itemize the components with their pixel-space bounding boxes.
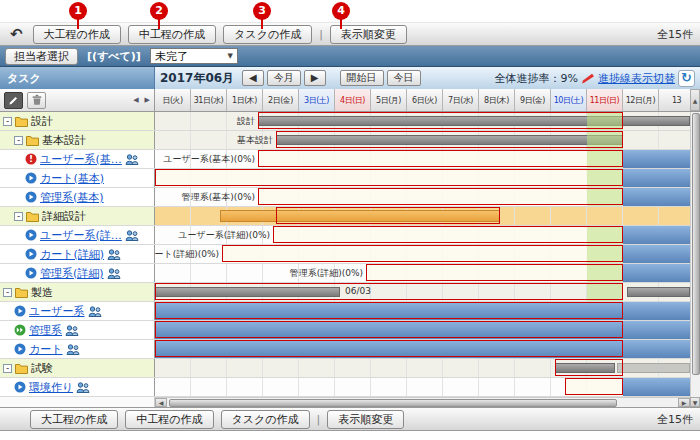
- gantt-row: カート(基本): [0, 169, 690, 188]
- progress-line-outline: [258, 112, 623, 129]
- collapse-toggle-icon[interactable]: -: [14, 136, 23, 145]
- vertical-scrollbar-thumb[interactable]: [692, 113, 700, 375]
- task-link[interactable]: ユーザー系: [29, 304, 85, 319]
- gantt-row-timeline: 管理系(基本)(0%): [155, 188, 690, 206]
- gantt-bar-gray[interactable]: [627, 287, 690, 297]
- annotation-marker-1: 1: [69, 2, 87, 20]
- progress-line-outline: [155, 340, 623, 357]
- progress-line-toggle-link[interactable]: 進捗線表示切替: [598, 71, 675, 86]
- gantt-bar-blue[interactable]: [623, 150, 690, 168]
- vertical-scroll-down-icon[interactable]: ▼: [690, 397, 700, 407]
- gantt-bar-lightgray[interactable]: [617, 363, 690, 373]
- assignee-select-button[interactable]: 担当者選択: [5, 48, 78, 65]
- start-date-button[interactable]: 開始日: [340, 70, 384, 86]
- delete-button[interactable]: [27, 92, 46, 109]
- progress-line-outline: [276, 207, 500, 224]
- collapse-toggle-icon[interactable]: -: [3, 364, 12, 373]
- assignee-icon: [66, 344, 80, 355]
- bottom-reorder-button[interactable]: 表示順変更: [327, 410, 404, 429]
- gantt-row: 管理系(詳細)管理系(詳細)(0%): [0, 264, 690, 283]
- gantt-app-window: 1 2 3 4 ↶ 大工程の作成 中工程の作成 タスクの作成 | 表示順変更 全…: [0, 0, 700, 440]
- gantt-bar-blue[interactable]: [623, 188, 690, 206]
- folder-label[interactable]: 製造: [31, 285, 53, 300]
- task-status-icon: [25, 229, 37, 241]
- folder-label[interactable]: 設計: [31, 114, 53, 129]
- tree-scroll-left-icon[interactable]: ◀: [133, 96, 138, 104]
- overall-progress-label: 全体進捗率：9%: [495, 71, 578, 86]
- task-link[interactable]: 管理系(基本): [40, 190, 104, 205]
- gantt-bar-blue[interactable]: [623, 378, 690, 396]
- column-header-weekday: 13: [659, 89, 690, 111]
- vertical-scrollbar[interactable]: [690, 112, 700, 397]
- folder-icon: [26, 135, 39, 146]
- column-header-weekday: 2日(金): [263, 89, 299, 111]
- edit-button[interactable]: [4, 92, 23, 109]
- tree-scroll-arrows: ◀ ▶: [133, 96, 150, 104]
- folder-label[interactable]: 詳細設計: [42, 209, 86, 224]
- tree-cell: カート: [0, 340, 155, 358]
- bar-label: ユーザー系(基本)(0%): [163, 153, 255, 166]
- next-month-button[interactable]: ▶: [304, 70, 326, 86]
- gantt-row-timeline: ユーザー系(詳細)(0%): [155, 226, 690, 244]
- gantt-bar-blue[interactable]: [623, 226, 690, 244]
- horizontal-scrollbar-thumb[interactable]: [169, 399, 617, 407]
- annotation-line-2: [158, 19, 160, 29]
- create-task-button[interactable]: タスクの作成: [223, 25, 312, 44]
- bottom-create-task-button[interactable]: タスクの作成: [221, 410, 310, 429]
- tree-cell: 管理系(基本): [0, 188, 155, 206]
- gantt-header: タスク 2017年06月 ◀ 今月 ▶ 開始日 今日 全体進捗率：9% 進捗線表…: [0, 67, 700, 89]
- bottom-create-major-process-button[interactable]: 大工程の作成: [30, 410, 118, 429]
- prev-month-button[interactable]: ◀: [242, 70, 264, 86]
- gantt-row-timeline: [155, 378, 690, 396]
- folder-label[interactable]: 試験: [31, 361, 53, 376]
- gantt-row: 環境作り: [0, 378, 690, 397]
- horizontal-scrollbar[interactable]: ◀ ▶: [155, 397, 690, 407]
- gantt-row-timeline: [155, 302, 690, 320]
- collapse-toggle-icon[interactable]: -: [3, 117, 12, 126]
- create-mid-process-button[interactable]: 中工程の作成: [128, 25, 216, 44]
- task-link[interactable]: ユーザー系(基…: [40, 152, 122, 167]
- horizontal-scrollbar-row: ◀ ▶ ▼: [0, 397, 700, 407]
- tree-scroll-right-icon[interactable]: ▶: [145, 96, 150, 104]
- collapse-toggle-icon[interactable]: -: [3, 288, 12, 297]
- task-link[interactable]: カート(詳細): [40, 247, 104, 262]
- gantt-row-timeline: ユーザー系(基本)(0%): [155, 150, 690, 168]
- gantt-row-timeline: [155, 207, 690, 225]
- task-link[interactable]: カート: [29, 342, 63, 357]
- task-link[interactable]: 管理系(詳細): [40, 266, 104, 281]
- column-header-weekday: 9日(金): [515, 89, 551, 111]
- gantt-row: カート(詳細)ート(詳細)(0%): [0, 245, 690, 264]
- gantt-row-timeline: [155, 359, 690, 377]
- gantt-bar-blue[interactable]: [623, 169, 690, 187]
- gantt-row: ユーザー系: [0, 302, 690, 321]
- folder-icon: [15, 116, 28, 127]
- column-header-weekday: 日(火): [155, 89, 191, 111]
- gantt-row: -製造06/03: [0, 283, 690, 302]
- assignee-icon: [107, 249, 121, 260]
- progress-line-outline: [155, 283, 623, 300]
- task-link[interactable]: 環境作り: [29, 380, 73, 395]
- gantt-row-timeline: ート(詳細)(0%): [155, 245, 690, 263]
- gantt-bar-blue[interactable]: [623, 264, 690, 282]
- task-link[interactable]: ユーザー系(詳…: [40, 228, 122, 243]
- toolbar-separator: |: [319, 28, 323, 41]
- column-header-row: ◀ ▶ 日(火)31日(水)1日(木)2日(金)3日(土)4日(日)5日(月)6…: [0, 89, 700, 112]
- refresh-icon[interactable]: ↻: [678, 70, 695, 87]
- this-month-button[interactable]: 今月: [267, 70, 301, 86]
- vertical-scroll-up-icon[interactable]: ▲: [690, 89, 700, 111]
- task-link[interactable]: 管理系: [29, 323, 62, 338]
- bottom-create-mid-process-button[interactable]: 中工程の作成: [125, 410, 213, 429]
- tree-cell: 管理系(詳細): [0, 264, 155, 282]
- undo-icon[interactable]: ↶: [7, 25, 26, 43]
- gantt-row: -基本設計基本設計: [0, 131, 690, 150]
- status-filter-select[interactable]: 未完了 ▼: [150, 48, 238, 64]
- collapse-toggle-icon[interactable]: -: [14, 212, 23, 221]
- progress-line-outline: [555, 359, 623, 376]
- task-status-icon: [25, 191, 37, 203]
- today-button[interactable]: 今日: [387, 70, 421, 86]
- gantt-bar-blue[interactable]: [623, 245, 690, 263]
- task-link[interactable]: カート(基本): [40, 171, 104, 186]
- horizontal-scroll-right-icon[interactable]: ▶: [678, 398, 690, 407]
- folder-label[interactable]: 基本設計: [42, 133, 86, 148]
- horizontal-scroll-left-icon[interactable]: ◀: [155, 398, 167, 407]
